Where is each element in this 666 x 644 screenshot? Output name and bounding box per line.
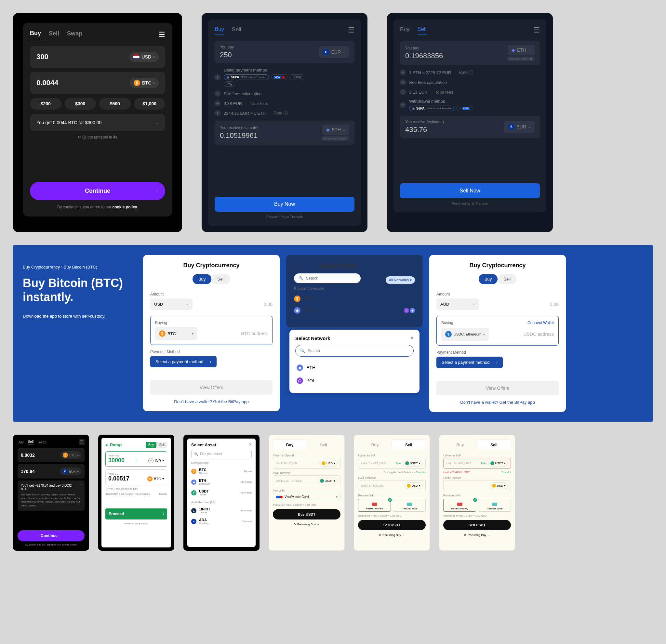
tab-sell[interactable]: Sell [497,274,516,284]
receive-transferwise[interactable]: Transfer Wise [478,499,511,512]
fiat-selector[interactable]: ●INR ▾ [148,458,164,463]
menu-icon[interactable]: ☰ [159,31,165,39]
tab-sell[interactable]: Sell [232,26,241,34]
payment-method-sepa[interactable]: ◉ S€PA SEPA Instant Transfer [224,74,269,80]
network-filter[interactable]: All Networks ▾ [386,276,415,284]
select-payment-method-button[interactable]: Select a payment method › [150,356,216,368]
tab-sell[interactable]: Sell [211,274,230,284]
continue-button[interactable]: Continue → [18,530,85,541]
tab-buy[interactable]: Buy [215,26,224,34]
asset-usdt[interactable]: ₮USDTTetherEthereum [191,487,252,498]
crypto-selector[interactable]: USDT ▾ [403,460,423,466]
currency-item-eth[interactable]: ◆ ETH ⬡ ◆ [294,305,415,316]
tab-buy[interactable]: Buy [400,26,409,34]
cookie-policy-link[interactable]: cookie policy. [112,205,138,209]
back-button[interactable]: ← [294,263,299,269]
fees-toggle[interactable]: −See fees calculation [215,91,354,96]
recurring-buy-link[interactable]: ⟳ Recurring Buy → [273,523,340,526]
preset-500[interactable]: $500 [99,98,131,110]
recurring-buy-link[interactable]: ⟳ Recurring Buy → [443,534,511,537]
asset-1inch[interactable]: 11INCH1INCHEthereum [191,505,252,516]
crypto-selector[interactable]: ₿ BTC ▾ [155,327,197,340]
fees-toggle[interactable]: −See fees calculation [400,79,540,85]
fiat-currency-selector[interactable]: USD ▾ [129,52,159,62]
wallet-address-input[interactable]: BTC address [200,331,268,336]
close-icon[interactable]: ✕ [410,336,414,341]
close-icon[interactable]: ✕ [249,443,252,447]
select-payment-method-button[interactable]: Select a payment method › [436,357,503,368]
max-button[interactable]: Max [481,462,487,465]
crypto-currency-selector[interactable]: ◆ ETH ⌄ [508,45,534,55]
crypto-search-input[interactable]: 🔍 Search [294,273,361,283]
payment-method-gpay[interactable]: G Pay [290,74,304,80]
fiat-selector[interactable]: USD ▾ [319,460,337,466]
amount-input[interactable]: 0.00 [482,302,559,307]
receive-field[interactable]: Limit: 5 - 500,000 USD ▾ [358,480,426,491]
you-pay-field[interactable]: You pay 0.19683856 ◆ ETH ⌄ ethereum Netw… [400,41,540,65]
recurring-buy-link[interactable]: ⟳ Recurring Buy → [358,534,426,537]
you-pay-field[interactable]: YOU PAY 30000| ●INR ▾ [105,451,167,467]
currency-item-btc[interactable]: ₿ BTC [294,293,415,305]
crypto-selector[interactable]: ₿BTC ▾ [60,451,81,459]
receive-field[interactable]: USD ▾ [443,480,511,491]
tab-buy[interactable]: Buy [30,30,41,39]
receive-perfect-money[interactable]: Perfect Money [358,499,391,512]
withdrawal-sepa[interactable]: ◉ S€PA SEPA Instant Transfer [409,106,454,111]
fiat-currency-selector[interactable]: € EUR ⌄ [504,121,534,132]
preset-1000[interactable]: $1,000 [134,98,165,110]
tab-sell[interactable]: Sell [28,440,34,444]
payment-method-applepay[interactable]: Pay [224,81,235,87]
tab-buy[interactable]: Buy [193,274,211,284]
receive-field[interactable]: Limit: 9.22 - 4,761.5 USDT ▾ [273,475,340,486]
crypto-selector[interactable]: USDT ▾ [488,460,508,466]
crypto-selector[interactable]: USDT ▾ [318,478,338,484]
tab-swap[interactable]: Swap [67,30,82,39]
receive-transferwise[interactable]: Transfer Wise [393,499,426,512]
tab-buy[interactable]: Buy [273,440,306,450]
asset-ada[interactable]: AADACardanoCardano [191,516,252,526]
sell-button[interactable]: Sell USDT [358,520,426,530]
tab-sell[interactable]: Sell [477,440,511,450]
proceed-button[interactable]: Proceed › [105,508,167,519]
preset-200[interactable]: $200 [30,98,62,110]
tab-sell[interactable]: Sell [49,30,59,39]
view-offers-button[interactable]: View Offers [150,380,273,395]
sell-button[interactable]: Sell USDT [443,520,511,530]
menu-icon[interactable]: ☰ [79,439,85,445]
fiat-selector[interactable]: USD ▾ [405,482,423,489]
sell-amount-row[interactable]: 0.0032 ₿BTC ▾ [18,448,85,462]
tab-buy[interactable]: Buy [146,442,156,448]
network-search-input[interactable]: 🔍 Search [295,345,414,357]
transfer-link[interactable]: Transfer [502,471,511,473]
transfer-link[interactable]: Transfer [416,471,426,473]
tab-buy[interactable]: Buy [443,440,477,450]
receive-perfect-money[interactable]: Perfect Money [443,499,476,512]
get-wallet-link[interactable]: Don't have a wallet? Get the BitPay app [436,400,559,405]
payment-method-selector[interactable]: Visa/MasterCard ▾ [273,493,340,501]
details-link[interactable]: Details [159,493,167,496]
tab-swap[interactable]: Swap [37,440,47,444]
tab-sell[interactable]: Sell [156,442,167,448]
payment-method-card[interactable]: VISA [271,74,288,80]
menu-icon[interactable]: ☰ [348,26,354,34]
crypto-selector[interactable]: ₿BTC ▾ [147,476,164,481]
asset-eth[interactable]: ◆ETHEthereumEthereum [191,477,252,487]
menu-icon[interactable]: ☰ [533,26,540,34]
quote-summary[interactable]: You get 0.0044 BTC for $300.00 ⌄ [30,114,165,131]
tab-sell[interactable]: Sell [306,440,340,450]
network-item-eth[interactable]: ◆ ETH [295,361,414,374]
you-get-field[interactable]: YOU GET 0.00517 ₿BTC ▾ [105,469,167,485]
breadcrumb[interactable]: Buy Cryptocurrency › Buy Bitcoin (BTC) [23,265,137,269]
amount-input-row[interactable]: 300 USD ▾ [30,46,165,68]
tab-buy[interactable]: Buy [358,440,392,450]
max-button[interactable]: Max [396,462,401,465]
amount-input[interactable]: 0.00 [196,302,273,307]
quote-info[interactable]: You'll get ~€170.84 and pay 0.0032 BTC⌃ … [18,481,85,511]
fiat-selector[interactable]: USD ▾ [490,482,508,489]
crypto-currency-selector[interactable]: ₿ BTC ▾ [130,78,159,88]
receive-amount-row[interactable]: 170.84 €EUR ▾ [18,464,85,479]
view-offers-button[interactable]: View Offers [436,381,559,395]
tab-buy[interactable]: Buy [18,440,24,444]
receive-input-row[interactable]: 0.0044 ₿ BTC ▾ [30,72,165,94]
fiat-currency-selector[interactable]: AUD ▾ [436,299,479,310]
